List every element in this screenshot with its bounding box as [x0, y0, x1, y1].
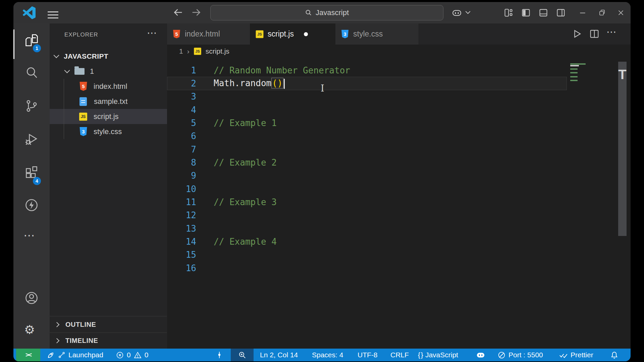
line-number: 10: [167, 184, 196, 194]
code-line[interactable]: 4: [167, 103, 631, 116]
folder-row[interactable]: 1: [50, 64, 167, 79]
circle-slash-icon: [497, 351, 506, 359]
menu-icon[interactable]: [48, 9, 58, 20]
tab-style-css[interactable]: 3 style.css: [335, 23, 419, 45]
html-file-icon: 5: [79, 82, 88, 91]
code-line[interactable]: 15: [167, 248, 631, 261]
restore-window-icon[interactable]: [597, 8, 607, 18]
views-more-actions-icon[interactable]: ⋯: [147, 27, 157, 39]
editor-scrollbar[interactable]: T: [618, 62, 627, 236]
minimap-line[interactable]: [570, 63, 586, 65]
file-row-style-css[interactable]: 3 style.css: [50, 124, 167, 139]
minimap-line[interactable]: [570, 68, 578, 70]
scrollbar-mark: T: [618, 67, 627, 82]
screencast-indicator-icon[interactable]: [215, 349, 223, 361]
command-center-search[interactable]: Javascript: [210, 5, 443, 20]
run-file-icon[interactable]: [572, 28, 582, 39]
zoom-indicator[interactable]: [231, 349, 254, 361]
double-check-icon: [559, 351, 568, 360]
title-bar: Javascript: [13, 2, 631, 23]
minimap-line[interactable]: [570, 76, 578, 77]
modified-dot-icon[interactable]: [304, 32, 308, 36]
tab-label: style.css: [353, 29, 383, 39]
port-item[interactable]: Port : 5500: [497, 349, 543, 361]
file-row-sample-txt[interactable]: sample.txt: [50, 94, 167, 109]
code-line[interactable]: 12: [167, 209, 631, 222]
language-mode-item[interactable]: { } JavaScript: [418, 349, 458, 361]
minimize-icon[interactable]: [578, 8, 588, 18]
toggle-primary-sidebar-icon[interactable]: [521, 8, 531, 17]
chevron-down-icon[interactable]: [465, 10, 471, 15]
code-line[interactable]: 14// Example 4: [167, 235, 631, 248]
code-line[interactable]: 3: [167, 90, 631, 103]
code-line[interactable]: 1// Random Number Generator: [167, 64, 631, 77]
breadcrumb[interactable]: 1 › JS script.js: [167, 45, 631, 58]
zoom-in-icon: [238, 351, 247, 359]
formatter-item[interactable]: Prettier: [559, 349, 593, 361]
navigate-back-icon[interactable]: [172, 7, 184, 18]
code-line[interactable]: 5// Example 1: [167, 116, 631, 129]
problems-item[interactable]: 0 0: [116, 349, 148, 361]
code-line[interactable]: 6: [167, 130, 631, 143]
code-line[interactable]: 11// Example 3: [167, 195, 631, 208]
code-line[interactable]: 13: [167, 222, 631, 235]
editor-more-actions-icon[interactable]: ⋯: [606, 26, 617, 37]
code-area[interactable]: 1// Random Number Generator 2Math.random…: [167, 64, 631, 275]
breadcrumb-separator-icon: ›: [187, 47, 190, 55]
search-view-icon[interactable]: [24, 65, 39, 80]
source-control-icon[interactable]: [24, 99, 39, 113]
outline-section-header[interactable]: OUTLINE: [50, 316, 167, 333]
language-label: JavaScript: [425, 351, 458, 359]
settings-gear-icon[interactable]: ⚙: [24, 323, 39, 338]
link-icon: [58, 351, 66, 359]
run-debug-icon[interactable]: [24, 132, 39, 146]
breadcrumb-file[interactable]: script.js: [206, 47, 229, 55]
file-row-index-html[interactable]: 5 index.html: [50, 79, 167, 94]
chevron-down-icon: [64, 67, 70, 73]
file-row-script-js[interactable]: JS script.js: [50, 109, 167, 124]
copilot-status-icon[interactable]: [476, 349, 486, 361]
code-line-current[interactable]: 2Math.random(): [167, 77, 567, 90]
minimap-line[interactable]: [570, 80, 578, 81]
workspace-root-row[interactable]: JAVASCRIPT: [50, 49, 167, 64]
code-line[interactable]: 9: [167, 169, 631, 182]
remote-indicator[interactable]: ><: [16, 349, 40, 361]
line-number: 9: [167, 171, 196, 181]
timeline-section-header[interactable]: TIMELINE: [50, 333, 167, 349]
tab-script-js[interactable]: JS script.js: [250, 23, 335, 45]
folder-name: 1: [90, 67, 94, 76]
code-line[interactable]: 7: [167, 143, 631, 156]
tab-label: index.html: [185, 29, 220, 39]
close-icon[interactable]: [616, 8, 626, 18]
customize-layout-icon[interactable]: [504, 8, 513, 17]
tab-bar: 5 index.html JS script.js 3 style.css: [167, 23, 631, 45]
error-icon: [116, 351, 124, 359]
navigate-forward-icon[interactable]: [191, 7, 202, 18]
css-file-icon: 3: [341, 30, 349, 39]
code-line[interactable]: 16: [167, 261, 631, 275]
minimap-line[interactable]: [570, 65, 579, 66]
launchpad-item[interactable]: Launchpad: [46, 349, 103, 361]
eol-item[interactable]: CRLF: [390, 349, 409, 361]
tab-index-html[interactable]: 5 index.html: [167, 23, 250, 45]
account-icon[interactable]: [24, 291, 39, 305]
live-server-icon[interactable]: [24, 198, 39, 213]
js-file-icon: JS: [194, 48, 201, 55]
encoding-item[interactable]: UTF-8: [358, 349, 378, 361]
split-editor-icon[interactable]: [589, 28, 600, 39]
html-file-icon: 5: [173, 30, 181, 39]
code-line[interactable]: 8// Example 2: [167, 156, 631, 169]
notifications-bell-icon[interactable]: [610, 349, 619, 361]
cursor-position-item[interactable]: Ln 2, Col 14: [260, 349, 298, 361]
search-text: Javascript: [316, 8, 349, 17]
file-name: script.js: [94, 112, 119, 121]
additional-views-icon[interactable]: ⋯: [23, 229, 36, 242]
copilot-icon[interactable]: [451, 8, 462, 18]
code-line[interactable]: 10: [167, 182, 631, 195]
breadcrumb-folder[interactable]: 1: [179, 47, 183, 55]
indentation-item[interactable]: Spaces: 4: [312, 349, 343, 361]
toggle-secondary-sidebar-icon[interactable]: [556, 8, 566, 17]
toggle-panel-icon[interactable]: [539, 8, 548, 17]
minimap-line[interactable]: [570, 72, 578, 73]
tab-label: script.js: [268, 29, 294, 39]
